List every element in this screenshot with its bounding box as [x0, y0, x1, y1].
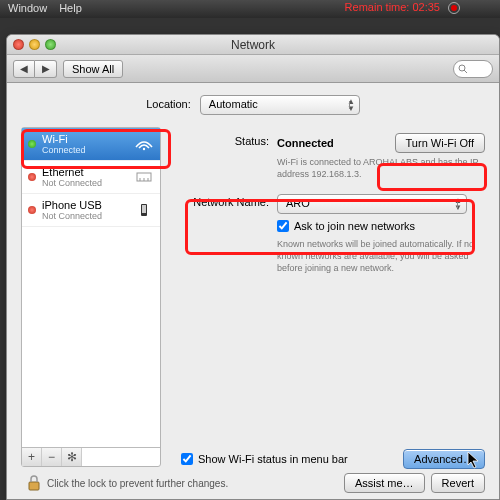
location-select[interactable]: Automatic ▲▼ — [200, 95, 360, 115]
show-all-button[interactable]: Show All — [63, 60, 123, 78]
ask-join-detail: Known networks will be joined automatica… — [277, 238, 477, 274]
network-window: Network ◀ ▶ Show All Location: Automatic… — [6, 34, 500, 500]
titlebar: Network — [7, 35, 499, 55]
assist-me-button[interactable]: Assist me… — [344, 473, 425, 493]
window-title: Network — [7, 38, 499, 52]
menubar-status-label: Show Wi-Fi status in menu bar — [198, 453, 348, 465]
network-name-select[interactable]: ARO ▲▼ — [277, 194, 467, 214]
location-value: Automatic — [209, 98, 258, 110]
menu-window[interactable]: Window — [8, 2, 47, 16]
status-value: Connected — [277, 137, 334, 149]
revert-button[interactable]: Revert — [431, 473, 485, 493]
svg-rect-6 — [29, 482, 39, 490]
status-dot-icon — [28, 140, 36, 148]
turn-wifi-off-button[interactable]: Turn Wi-Fi Off — [395, 133, 485, 153]
remain-time: Remain time: 02:35 — [345, 1, 440, 13]
search-icon — [458, 64, 468, 74]
sidebar-item-label: iPhone USB — [42, 199, 102, 211]
cursor-icon — [467, 451, 481, 469]
sidebar-item-label: Wi-Fi — [42, 133, 86, 145]
lock-text: Click the lock to prevent further change… — [47, 478, 228, 489]
status-detail: Wi-Fi is connected to AROHALABS and has … — [277, 156, 485, 180]
status-dot-icon — [28, 206, 36, 214]
ask-join-label: Ask to join new networks — [294, 220, 415, 232]
forward-button[interactable]: ▶ — [35, 60, 57, 78]
sidebar-item-sub: Not Connected — [42, 211, 102, 221]
location-label: Location: — [146, 98, 191, 110]
search-input[interactable] — [453, 60, 493, 78]
sidebar-item-label: Ethernet — [42, 166, 102, 178]
back-button[interactable]: ◀ — [13, 60, 35, 78]
menu-help[interactable]: Help — [59, 2, 82, 16]
iphone-icon — [134, 203, 154, 217]
toolbar: ◀ ▶ Show All — [7, 55, 499, 83]
record-icon — [448, 2, 460, 14]
svg-point-2 — [143, 148, 145, 150]
status-label: Status: — [179, 133, 277, 147]
wifi-icon — [134, 137, 154, 151]
ethernet-icon — [134, 170, 154, 184]
menubar-status-input[interactable] — [181, 453, 193, 465]
network-name-label: Network Name: — [179, 194, 277, 208]
lock-row[interactable]: Click the lock to prevent further change… — [27, 475, 228, 491]
detail-pane: Status: Connected Turn Wi-Fi Off Wi-Fi i… — [161, 127, 485, 467]
svg-rect-5 — [142, 205, 146, 213]
sidebar-item-ethernet[interactable]: Ethernet Not Connected — [22, 161, 160, 194]
menubar-status-checkbox[interactable]: Show Wi-Fi status in menu bar — [181, 453, 348, 465]
svg-line-1 — [464, 70, 467, 73]
ask-join-input[interactable] — [277, 220, 289, 232]
ask-join-checkbox[interactable]: Ask to join new networks — [277, 220, 415, 232]
network-name-value: ARO — [286, 197, 310, 209]
lock-icon — [27, 475, 41, 491]
status-dot-icon — [28, 173, 36, 181]
sidebar-item-wifi[interactable]: Wi-Fi Connected — [22, 128, 160, 161]
sidebar-item-sub: Connected — [42, 145, 86, 155]
sidebar-item-sub: Not Connected — [42, 178, 102, 188]
sidebar-item-iphone-usb[interactable]: iPhone USB Not Connected — [22, 194, 160, 227]
location-row: Location: Automatic ▲▼ — [7, 83, 499, 127]
interface-sidebar: Wi-Fi Connected Ethernet Not Connected i — [21, 127, 161, 467]
